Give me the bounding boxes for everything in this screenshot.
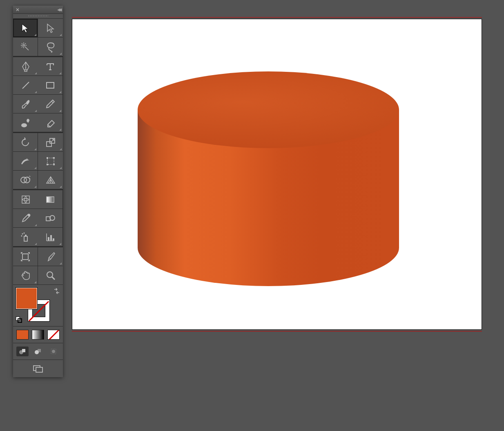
blend-tool[interactable] (38, 209, 63, 228)
scale-tool[interactable] (38, 133, 63, 152)
svg-line-5 (22, 43, 22, 44)
draw-mode-row (13, 343, 63, 360)
color-mode-gradient[interactable] (32, 330, 44, 340)
free-transform-tool[interactable] (38, 152, 63, 171)
cylinder-artwork[interactable] (138, 71, 399, 286)
svg-rect-31 (25, 235, 27, 236)
svg-rect-25 (22, 196, 29, 203)
svg-point-32 (22, 233, 23, 234)
svg-rect-12 (47, 82, 54, 88)
svg-rect-22 (53, 164, 55, 165)
svg-rect-10 (25, 70, 27, 71)
gradient-tool[interactable] (38, 190, 63, 209)
svg-line-43 (52, 277, 55, 280)
paintbrush-tool[interactable] (13, 95, 38, 113)
eyedropper-tool[interactable] (13, 209, 38, 228)
svg-rect-19 (47, 157, 48, 159)
perspective-grid-tool[interactable] (38, 171, 63, 189)
svg-rect-18 (47, 158, 54, 164)
svg-point-0 (23, 44, 25, 46)
rectangle-tool[interactable] (38, 76, 63, 95)
svg-rect-27 (27, 213, 30, 216)
draw-normal-button[interactable] (16, 347, 29, 356)
color-mode-none[interactable] (47, 330, 60, 340)
swap-fill-stroke-icon[interactable] (53, 287, 60, 296)
svg-point-51 (52, 350, 55, 353)
guide-top[interactable] (72, 17, 482, 18)
panel-header[interactable]: ✕ ◀◀ (13, 6, 63, 14)
selection-tool[interactable] (13, 19, 38, 38)
color-mode-solid[interactable] (16, 330, 29, 340)
shape-builder-tool[interactable] (13, 171, 38, 189)
svg-rect-37 (48, 237, 49, 240)
artboard[interactable] (72, 19, 482, 330)
tools-panel[interactable]: ✕ ◀◀ (13, 6, 63, 377)
type-tool[interactable] (38, 57, 63, 76)
svg-rect-21 (47, 164, 48, 165)
cylinder-top-ellipse (138, 71, 399, 148)
svg-rect-38 (50, 235, 52, 240)
pen-tool[interactable] (13, 57, 38, 76)
svg-point-42 (47, 272, 53, 278)
column-graph-tool[interactable] (38, 228, 63, 247)
eraser-tool[interactable] (38, 113, 63, 132)
slice-tool[interactable] (38, 247, 63, 266)
svg-point-23 (21, 177, 27, 183)
color-mode-row (13, 327, 63, 343)
svg-line-6 (25, 47, 29, 50)
screen-mode-row (13, 360, 63, 377)
symbol-sprayer-tool[interactable] (13, 228, 38, 247)
close-icon[interactable]: ✕ (16, 7, 20, 13)
draw-inside-button[interactable] (47, 347, 60, 356)
mesh-tool[interactable] (13, 190, 38, 209)
svg-rect-47 (22, 349, 25, 352)
pencil-tool[interactable] (38, 95, 63, 113)
hand-tool[interactable] (13, 266, 38, 285)
svg-line-41 (49, 258, 51, 259)
svg-rect-15 (47, 142, 51, 147)
color-swatches (13, 285, 63, 327)
svg-point-34 (21, 235, 22, 236)
svg-rect-39 (53, 238, 54, 240)
screen-mode-button[interactable] (31, 363, 45, 374)
blob-brush-tool[interactable] (13, 113, 38, 132)
svg-rect-53 (36, 367, 42, 372)
canvas-area[interactable] (72, 17, 482, 331)
svg-point-9 (25, 67, 26, 69)
rotate-tool[interactable] (13, 133, 38, 152)
default-fill-stroke-icon[interactable] (16, 316, 22, 324)
svg-line-11 (22, 82, 29, 89)
svg-rect-26 (47, 197, 54, 202)
artboard-tool[interactable] (13, 247, 38, 266)
magic-wand-tool[interactable] (13, 38, 38, 56)
zoom-tool[interactable] (38, 266, 63, 285)
svg-line-13 (51, 101, 53, 103)
draw-behind-button[interactable] (32, 347, 44, 356)
tool-grid (13, 19, 63, 285)
svg-line-8 (25, 43, 26, 44)
guide-bottom[interactable] (72, 331, 482, 331)
svg-point-33 (23, 232, 25, 233)
line-segment-tool[interactable] (13, 76, 38, 95)
svg-rect-40 (22, 254, 28, 260)
width-tool[interactable] (13, 152, 38, 171)
panel-grip[interactable] (13, 14, 63, 19)
svg-point-49 (35, 350, 39, 354)
svg-rect-20 (53, 157, 55, 159)
collapse-icon[interactable]: ◀◀ (57, 7, 60, 12)
fill-color-swatch[interactable] (16, 287, 38, 309)
direct-selection-tool[interactable] (38, 19, 63, 38)
svg-point-14 (21, 123, 27, 127)
lasso-tool[interactable] (38, 38, 63, 56)
svg-line-7 (22, 47, 22, 47)
svg-rect-30 (24, 236, 27, 241)
